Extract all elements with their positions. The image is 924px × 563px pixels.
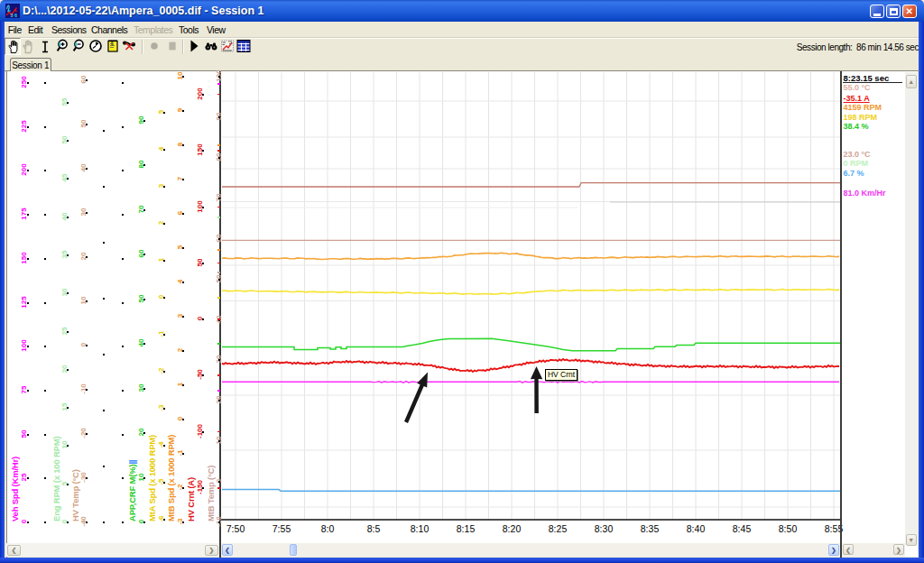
svg-text:3 6: 3 6	[11, 13, 18, 18]
svg-text:5: 5	[111, 41, 114, 46]
